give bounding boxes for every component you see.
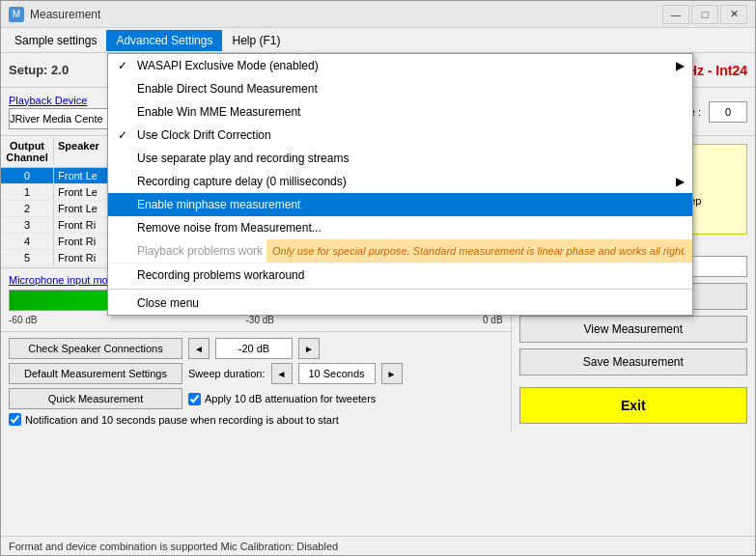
apply-checkbox-row: Apply 10 dB attenuation for tweeters — [188, 393, 376, 405]
row-channel: 1 — [1, 184, 54, 200]
maximize-button[interactable]: □ — [691, 5, 718, 24]
row-channel: 4 — [1, 234, 54, 249]
setup-label: Setup: 2.0 — [9, 63, 69, 77]
title-bar-controls: — □ ✕ — [662, 5, 747, 24]
dropdown-separator — [108, 289, 692, 290]
dropdown-item-recording-problems[interactable]: Recording problems workaround — [108, 264, 692, 287]
dropdown-item-minphase[interactable]: Enable minphase measurement — [108, 193, 692, 216]
row-channel: 2 — [1, 201, 54, 216]
apply-checkbox-label: Apply 10 dB attenuation for tweeters — [205, 393, 376, 404]
view-measurement-button[interactable]: View Measurement — [519, 316, 747, 343]
notification-row: Notification and 10 seconds pause when r… — [9, 413, 503, 426]
title-bar: M Measurement — □ ✕ — [1, 1, 755, 28]
row-channel: 3 — [1, 217, 54, 233]
default-measurement-row: Default Measurement Settings Sweep durat… — [9, 363, 503, 384]
sweep-right-arrow[interactable]: ► — [381, 363, 403, 384]
volume-right-arrow[interactable]: ► — [298, 338, 320, 359]
dropdown-item-direct-sound[interactable]: Enable Direct Sound Measurement — [108, 77, 692, 100]
dropdown-warning-text: Only use for special purpose. Standard m… — [266, 239, 692, 263]
main-window: M Measurement — □ ✕ Sample settings Adva… — [0, 0, 756, 556]
notification-label: Notification and 10 seconds pause when r… — [25, 414, 339, 426]
dropdown-item-remove-noise[interactable]: Remove noise from Measurement... — [108, 216, 692, 239]
monitor-label-mid: -30 dB — [246, 315, 274, 325]
title-bar-left: M Measurement — [9, 7, 100, 22]
apply-checkbox[interactable] — [188, 393, 201, 405]
monitor-labels: -60 dB -30 dB 0 dB — [9, 315, 503, 325]
quick-measurement-button[interactable]: Quick Measurement — [9, 388, 182, 409]
volume-left-arrow[interactable]: ◄ — [188, 338, 210, 359]
input-channel-input[interactable] — [709, 101, 747, 123]
dropdown-item-separate-streams[interactable]: Use separate play and recording streams — [108, 147, 692, 170]
row-channel: 5 — [1, 250, 54, 265]
monitor-label-right: 0 dB — [483, 315, 503, 325]
menu-help[interactable]: Help (F1) — [222, 30, 290, 51]
check-speaker-button[interactable]: Check Speaker Connections — [9, 338, 182, 359]
dropdown-item-clock-drift[interactable]: Use Clock Drift Correction — [108, 124, 692, 147]
bottom-controls: Check Speaker Connections ◄ -20 dB ► Def… — [1, 331, 511, 431]
row-channel: 0 — [1, 168, 54, 183]
status-bar: Format and device combination is support… — [1, 536, 755, 555]
menu-sample-settings[interactable]: Sample settings — [5, 30, 106, 51]
dropdown-item-playback[interactable]: Playback problems work — [108, 239, 266, 263]
check-speaker-row: Check Speaker Connections ◄ -20 dB ► — [9, 338, 503, 359]
menu-bar: Sample settings Advanced Settings Help (… — [1, 28, 755, 53]
window-title: Measurement — [30, 8, 100, 21]
menu-advanced-settings[interactable]: Advanced Settings — [106, 30, 222, 51]
dropdown-playback-problems-row: Playback problems work Only use for spec… — [108, 239, 692, 264]
sweep-value-display: 10 Seconds — [298, 363, 376, 384]
volume-value-display: -20 dB — [215, 338, 293, 359]
exit-button[interactable]: Exit — [519, 387, 747, 424]
close-button[interactable]: ✕ — [720, 5, 747, 24]
advanced-settings-dropdown: WASAPI Exclusive Mode (enabled) Enable D… — [107, 53, 693, 316]
save-measurement-button[interactable]: Save Measurement — [519, 348, 747, 375]
dropdown-item-close-menu[interactable]: Close menu — [108, 292, 692, 315]
dropdown-item-wasapi[interactable]: WASAPI Exclusive Mode (enabled) — [108, 54, 692, 77]
notification-checkbox[interactable] — [9, 413, 21, 426]
dropdown-item-win-mme[interactable]: Enable Win MME Measurement — [108, 100, 692, 124]
dropdown-item-capture-delay[interactable]: Recording capture delay (0 milliseconds) — [108, 170, 692, 193]
status-text: Format and device combination is support… — [9, 541, 338, 552]
minimize-button[interactable]: — — [662, 5, 689, 24]
default-measurement-button[interactable]: Default Measurement Settings — [9, 363, 182, 384]
sweep-duration-label: Sweep duration: — [188, 368, 266, 379]
sweep-left-arrow[interactable]: ◄ — [271, 363, 293, 384]
col-header-output: OutputChannel — [1, 138, 54, 165]
app-icon: M — [9, 7, 24, 22]
quick-measurement-row: Quick Measurement Apply 10 dB attenuatio… — [9, 388, 503, 409]
monitor-label-left: -60 dB — [9, 315, 37, 325]
